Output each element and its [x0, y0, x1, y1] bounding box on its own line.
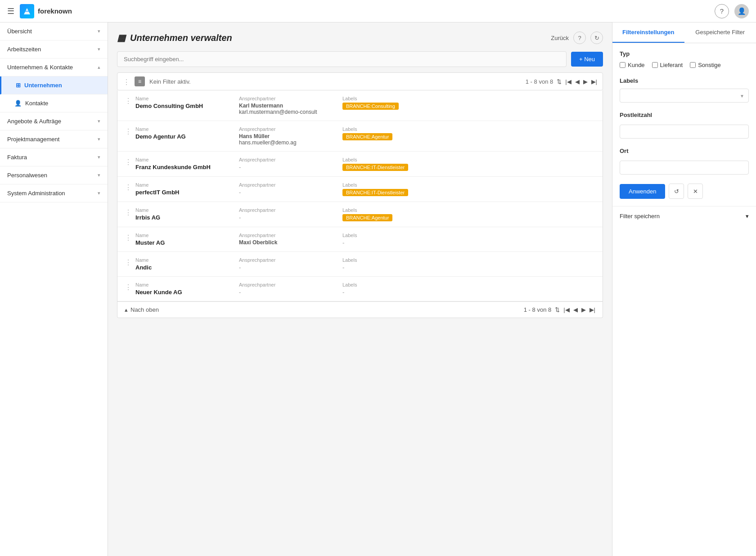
- checkbox-lieferant[interactable]: Lieferant: [652, 62, 683, 68]
- bottom-pagination: 1 - 8 von 8 ⇅ |◀ ◀ ▶ ▶|: [524, 306, 595, 313]
- filter-icon[interactable]: ≡: [135, 76, 145, 86]
- scroll-top-button[interactable]: ▴ Nach oben: [125, 306, 159, 313]
- sort-icon[interactable]: ⇅: [557, 78, 562, 85]
- label-badge: BRANCHE:Consulting: [342, 103, 399, 110]
- filter-bar-left: ⋮ ≡ Kein Filter aktiv.: [123, 76, 191, 86]
- logo-icon: [20, 4, 34, 18]
- filter-section-labels: Labels: [620, 77, 749, 103]
- table-row: ⋮ Name perfectIT GmbH Ansprechpartner - …: [117, 177, 603, 202]
- next-page-icon-bottom[interactable]: ▶: [581, 306, 586, 313]
- col-name: Name Demo Consulting GmbH: [135, 96, 239, 115]
- sidebar-item-label: Unternehmen: [24, 82, 62, 89]
- tab-gespeicherte-filter[interactable]: Gespeicherte Filter: [684, 22, 756, 43]
- sidebar-item-label: Projektmanagement: [7, 136, 59, 143]
- label-badge: BRANCHE:IT-Dienstleister: [342, 164, 408, 171]
- avatar-button[interactable]: 👤: [734, 4, 749, 18]
- table-row: ⋮ Name Muster AG Ansprechpartner Maxi Ob…: [117, 227, 603, 252]
- sidebar-item-unternehmen-kontakte[interactable]: Unternehmen & Kontakte ▴: [0, 58, 108, 76]
- prev-page-icon[interactable]: ◀: [575, 78, 580, 85]
- page-header-actions: Zurück ? ↻: [551, 31, 603, 44]
- sidebar-item-label: Personalwesen: [7, 172, 47, 179]
- row-menu-icon[interactable]: ⋮: [125, 282, 132, 291]
- next-page-icon[interactable]: ▶: [583, 78, 588, 85]
- sidebar-item-unternehmen[interactable]: ⊞ Unternehmen: [0, 76, 108, 94]
- row-menu-icon[interactable]: ⋮: [125, 257, 132, 267]
- table-row: ⋮ Name Demo Consulting GmbH Ansprechpart…: [117, 90, 603, 121]
- last-page-icon[interactable]: ▶|: [591, 78, 597, 85]
- back-button[interactable]: Zurück: [551, 35, 569, 41]
- sidebar-item-arbeitszeiten[interactable]: Arbeitszeiten ▾: [0, 40, 108, 58]
- topbar-right: ? 👤: [715, 4, 749, 18]
- chevron-down-icon: ▾: [98, 190, 100, 196]
- row-menu-icon[interactable]: ⋮: [125, 207, 132, 217]
- sidebar-item-label: Faktura: [7, 154, 27, 161]
- clear-button[interactable]: ✕: [688, 184, 703, 199]
- filter-section-ort: Ort: [620, 148, 749, 175]
- row-menu-icon[interactable]: ⋮: [125, 96, 132, 105]
- first-page-icon[interactable]: |◀: [565, 78, 571, 85]
- sidebar-item-projektmanagement[interactable]: Projektmanagement ▾: [0, 130, 108, 148]
- chevron-down-icon: ▾: [98, 136, 100, 142]
- sort-icon-bottom[interactable]: ⇅: [555, 306, 560, 313]
- prev-page-icon-bottom[interactable]: ◀: [573, 306, 578, 313]
- ort-input[interactable]: [620, 161, 749, 175]
- last-page-icon-bottom[interactable]: ▶|: [590, 306, 595, 313]
- new-button[interactable]: + Neu: [571, 52, 603, 67]
- chevron-down-icon: ▾: [98, 28, 100, 34]
- sidebar-item-kontakte[interactable]: 👤 Kontakte: [0, 94, 108, 112]
- sidebar-item-label: Arbeitszeiten: [7, 46, 41, 53]
- reset-button[interactable]: ↺: [669, 184, 684, 199]
- right-panel: Filtereinstellungen Gespeicherte Filter …: [612, 22, 756, 556]
- help-icon[interactable]: ?: [573, 31, 586, 44]
- chevron-down-icon: ▾: [746, 213, 749, 220]
- apply-button[interactable]: Anwenden: [620, 184, 665, 199]
- checkbox-kunde[interactable]: Kunde: [620, 62, 645, 68]
- svg-rect-1: [25, 11, 29, 12]
- help-button[interactable]: ?: [715, 4, 729, 18]
- save-filter-section[interactable]: Filter speichern ▾: [612, 206, 756, 226]
- filter-actions: Anwenden ↺ ✕: [620, 184, 749, 199]
- postleitzahl-input[interactable]: [620, 125, 749, 139]
- checkbox-group-typ: Kunde Lieferant Sonstige: [620, 62, 749, 68]
- chevron-down-icon: ▾: [98, 46, 100, 52]
- row-options-icon[interactable]: ⋮: [123, 77, 130, 86]
- logo: foreknown: [20, 4, 72, 18]
- sidebar-item-system-administration[interactable]: System Administration ▾: [0, 184, 108, 202]
- filter-typ-label: Typ: [620, 50, 749, 57]
- filter-bar-right: 1 - 8 von 8 ⇅ |◀ ◀ ▶ ▶|: [526, 78, 597, 85]
- sidebar-item-faktura[interactable]: Faktura ▾: [0, 148, 108, 166]
- person-icon: 👤: [14, 100, 22, 107]
- label-badge: BRANCHE:IT-Dienstleister: [342, 189, 408, 196]
- search-area: + Neu: [117, 51, 603, 67]
- sidebar-item-ubersicht[interactable]: Übersicht ▾: [0, 22, 108, 40]
- checkbox-sonstige-input[interactable]: [690, 62, 696, 68]
- table-row: ⋮ Name Andic Ansprechpartner - Labels -: [117, 252, 603, 277]
- main-panel: ▦ Unternehmen verwalten Zurück ? ↻ + Neu…: [108, 22, 612, 556]
- row-menu-icon[interactable]: ⋮: [125, 126, 132, 136]
- chevron-down-icon: ▾: [98, 154, 100, 160]
- chevron-up-icon: ▴: [98, 64, 100, 70]
- pagination-text: 1 - 8 von 8: [526, 78, 553, 85]
- page-title: ▦ Unternehmen verwalten: [117, 32, 232, 43]
- row-menu-icon[interactable]: ⋮: [125, 157, 132, 166]
- sidebar-item-angebote[interactable]: Angebote & Aufträge ▾: [0, 112, 108, 130]
- page-header: ▦ Unternehmen verwalten Zurück ? ↻: [117, 31, 603, 44]
- sidebar-item-personalwesen[interactable]: Personalwesen ▾: [0, 166, 108, 184]
- tab-filtereinstellungen[interactable]: Filtereinstellungen: [612, 22, 684, 43]
- checkbox-lieferant-input[interactable]: [652, 62, 658, 68]
- search-input[interactable]: [117, 51, 567, 67]
- row-menu-icon[interactable]: ⋮: [125, 233, 132, 242]
- refresh-icon[interactable]: ↻: [590, 31, 603, 44]
- row-menu-icon[interactable]: ⋮: [125, 182, 132, 192]
- checkbox-kunde-input[interactable]: [620, 62, 626, 68]
- sidebar-item-label: System Administration: [7, 190, 65, 197]
- filter-labels-label: Labels: [620, 77, 749, 84]
- first-page-icon-bottom[interactable]: |◀: [563, 306, 569, 313]
- labels-select[interactable]: [620, 89, 749, 103]
- filter-ort-label: Ort: [620, 148, 749, 154]
- checkbox-sonstige[interactable]: Sonstige: [690, 62, 721, 68]
- filter-section-typ: Typ Kunde Lieferant Sonstige: [620, 50, 749, 68]
- menu-icon[interactable]: ☰: [7, 6, 14, 16]
- save-filter-label: Filter speichern: [620, 213, 660, 220]
- sidebar-item-label: Kontakte: [25, 100, 48, 107]
